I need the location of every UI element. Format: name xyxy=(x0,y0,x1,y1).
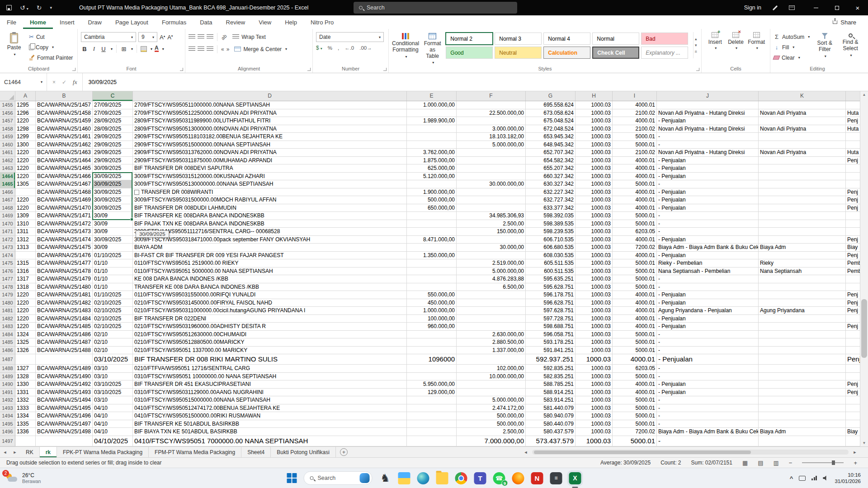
cell-L1464[interactable] xyxy=(846,173,860,181)
find-select-button[interactable]: Find & Select▾ xyxy=(840,32,861,57)
cell-L1488[interactable] xyxy=(846,365,860,373)
cell-H1475[interactable]: 1000.03 xyxy=(576,259,613,267)
align-right-icon[interactable] xyxy=(207,47,213,52)
cell-A1457[interactable]: 1220 xyxy=(15,117,36,125)
ribbon-tab-page-layout[interactable]: Page Layout xyxy=(108,15,155,29)
cell-D1467[interactable]: 3009/FTSCY/WS95031500000.00MOCH RABIYUL … xyxy=(133,196,407,204)
cell-D1491[interactable]: 0310/FTSCY/WS95031129000.00AANG NUGRAHIN… xyxy=(133,389,407,397)
cell-H1488[interactable]: 1000.03 xyxy=(576,365,613,373)
cell-H1473[interactable]: 1000.03 xyxy=(576,244,613,252)
cell-D1468[interactable]: BIF TRANSFER DR 008DUDI LAHMUDIN xyxy=(133,204,407,212)
cell-L1492[interactable] xyxy=(846,396,860,404)
volume-icon[interactable] xyxy=(823,475,829,481)
cell-D1472[interactable]: 3009/FTSCY/WS950318471000.00pack septemb… xyxy=(133,236,407,244)
decrease-indent-icon[interactable]: « xyxy=(221,46,224,52)
paste-button[interactable]: Paste ▾ xyxy=(3,32,25,56)
cell-C1479[interactable]: 01/10/2025 xyxy=(93,291,133,299)
cell-E1455[interactable]: 1.000.000,00 xyxy=(407,101,457,109)
ribbon-display-options-icon[interactable] xyxy=(789,5,795,10)
cell-C1484[interactable]: 02/10 xyxy=(93,331,133,339)
cell-G1457[interactable]: 675.048.524 xyxy=(526,117,576,125)
cell-D1481[interactable]: 0210/FTSCY/WS950311000000.00cicil.hutang… xyxy=(133,307,407,315)
row-header-1473[interactable]: 1473 xyxy=(0,244,15,252)
cell-E1463[interactable]: 625.000,00 xyxy=(407,164,457,173)
cell-I1466[interactable]: 4000.01 xyxy=(613,188,657,197)
cell-H1459[interactable]: 1000.03 xyxy=(576,133,613,141)
cell-K1476[interactable]: Nana Septiansah xyxy=(759,267,846,276)
column-header-J[interactable]: J xyxy=(657,91,759,101)
sign-in-link[interactable]: Sign in xyxy=(744,5,761,11)
scroll-down-icon[interactable]: ▼ xyxy=(860,441,868,445)
cell-J1472[interactable]: - Penjualan xyxy=(657,236,759,244)
cell-G1467[interactable]: 632.727.342 xyxy=(526,196,576,204)
cell-J1470[interactable]: - xyxy=(657,220,759,228)
cell-E1493[interactable] xyxy=(407,404,457,413)
cell-B1456[interactable]: BCA/WARNA/25/1458 xyxy=(36,109,93,117)
cell-K1455[interactable] xyxy=(759,101,846,109)
sheet-tab-sheet4[interactable]: Sheet4 xyxy=(241,447,271,457)
row-header-1476[interactable]: 1476 xyxy=(0,267,15,276)
cell-G1479[interactable]: 596.178.751 xyxy=(526,291,576,299)
cell-K1462[interactable] xyxy=(759,157,846,165)
cell-G1480[interactable]: 596.628.751 xyxy=(526,299,576,307)
cell-B1470[interactable]: BCA/WARNA/25/1472 xyxy=(36,220,93,228)
cell-J1464[interactable]: - Penjualan xyxy=(657,173,759,181)
cell-C1465[interactable]: 30/09/2025 xyxy=(93,180,133,188)
cell-L1496[interactable]: Biay xyxy=(846,428,860,436)
row-header-1492[interactable]: 1492 xyxy=(0,396,15,404)
cell-J1480[interactable]: - Penjualan xyxy=(657,299,759,307)
cell-K1460[interactable] xyxy=(759,141,846,149)
firefox-icon[interactable] xyxy=(512,472,524,484)
cell-G1497[interactable]: 573.437.579 xyxy=(526,436,576,446)
cell-E1489[interactable] xyxy=(407,373,457,381)
close-button[interactable]: × xyxy=(847,0,868,15)
cell-B1477[interactable]: BCA/WARNA/25/1479 xyxy=(36,275,93,283)
cell-J1461[interactable]: Novan Adi Priyatna - Hutang Direksi xyxy=(657,149,759,157)
cell-A1472[interactable]: 1312 xyxy=(15,236,36,244)
cell-I1493[interactable]: 5000.01 xyxy=(613,404,657,413)
cell-H1464[interactable]: 1000.03 xyxy=(576,173,613,181)
cell-J1476[interactable]: Nana Septiansah - Pembelian xyxy=(657,267,759,276)
cell-B1492[interactable]: BCA/WARNA/25/1494 xyxy=(36,396,93,404)
cell-D1457[interactable]: 2809/FTSCY/WS950311989900.00LUTHFIATHUL … xyxy=(133,117,407,125)
cell-I1495[interactable]: 5000.01 xyxy=(613,420,657,428)
cell-I1482[interactable]: 4000.01 xyxy=(613,315,657,323)
cell-H1481[interactable]: 1000.03 xyxy=(576,307,613,315)
cell-C1469[interactable]: 30/09 xyxy=(93,212,133,220)
cell-C1457[interactable]: 28/09/2025 xyxy=(93,117,133,125)
cell-L1456[interactable]: Huta xyxy=(846,109,860,117)
conditional-formatting-button[interactable]: Conditional Formatting ▾ xyxy=(392,32,419,59)
cell-C1486[interactable]: 02/10 xyxy=(93,347,133,355)
cell-I1468[interactable]: 4000.01 xyxy=(613,204,657,212)
row-header-1478[interactable]: 1478 xyxy=(0,283,15,291)
cell-D1461[interactable]: 2909/FTSCY/WS950313762000.00NOVAN ADI PR… xyxy=(133,149,407,157)
cell-J1485[interactable]: - xyxy=(657,338,759,347)
row-header-1493[interactable]: 1493 xyxy=(0,404,15,413)
row-header-1458[interactable]: 1458 xyxy=(0,125,15,133)
horizontal-scrollbar[interactable]: ◄ ► xyxy=(521,447,868,457)
cell-E1461[interactable]: 3.762.000,00 xyxy=(407,149,457,157)
format-cells-button[interactable]: Format▾ xyxy=(746,32,767,50)
cell-K1494[interactable] xyxy=(759,412,846,420)
cell-A1480[interactable]: 1220 xyxy=(15,299,36,307)
insert-function-icon[interactable]: fx xyxy=(73,79,77,86)
redo-icon[interactable]: ↻ xyxy=(37,4,42,11)
cell-D1459[interactable]: 2909/FTSCY/WS9505118103182.00BENUA SEJAH… xyxy=(133,133,407,141)
cell-C1466[interactable]: 30/09/2025 xyxy=(93,188,133,197)
cell-K1488[interactable] xyxy=(759,365,846,373)
cell-F1479[interactable] xyxy=(457,291,526,299)
page-break-view-icon[interactable]: ▥ xyxy=(774,460,779,466)
cell-I1467[interactable]: 4000.01 xyxy=(613,196,657,204)
cell-H1474[interactable]: 1000.03 xyxy=(576,252,613,260)
cell-K1486[interactable] xyxy=(759,347,846,355)
shrink-font-button[interactable]: A▾ xyxy=(167,34,173,41)
cell-F1476[interactable]: 5.000.000,00 xyxy=(457,267,526,276)
cell-H1491[interactable]: 1000.03 xyxy=(576,389,613,397)
cell-D1470[interactable]: BIF PAJAK TXN KE 008DARA BANCA INDONESKB… xyxy=(133,220,407,228)
align-center-icon[interactable] xyxy=(198,47,204,52)
cell-H1484[interactable]: 1000.03 xyxy=(576,331,613,339)
cell-G1471[interactable]: 598.239.535 xyxy=(526,228,576,236)
cell-C1482[interactable]: 02/10/2025 xyxy=(93,315,133,323)
cell-H1455[interactable]: 1000.03 xyxy=(576,101,613,109)
cell-B1493[interactable]: BCA/WARNA/25/1495 xyxy=(36,404,93,413)
